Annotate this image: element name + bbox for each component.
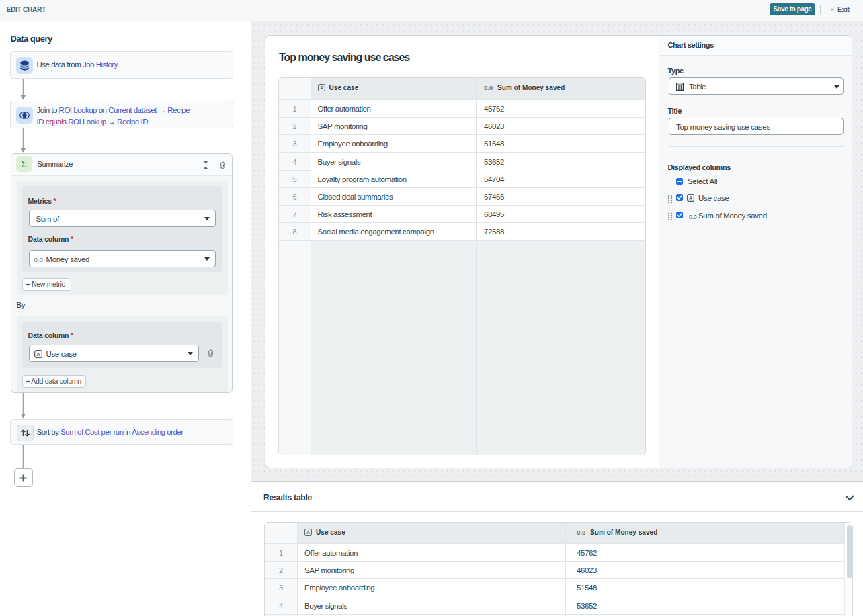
- svg-text:A: A: [689, 195, 692, 200]
- svg-text:A: A: [320, 85, 323, 90]
- svg-text:A: A: [306, 530, 310, 535]
- svg-text:0.0: 0.0: [484, 84, 493, 91]
- svg-text:A: A: [36, 351, 40, 357]
- svg-text:0.0: 0.0: [577, 529, 585, 536]
